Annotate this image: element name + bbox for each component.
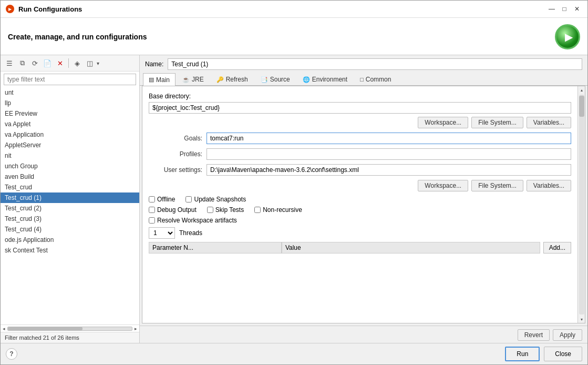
title-bar: Run Configurations — □ ✕ <box>1 1 587 18</box>
run-triangle-icon: ▶ <box>565 31 573 43</box>
common-tab-icon: □ <box>360 76 364 83</box>
threads-select[interactable]: 1 2 4 8 <box>149 227 175 239</box>
scroll-track-vertical[interactable] <box>579 95 584 315</box>
tab-environment[interactable]: 🌐 Environment <box>297 73 353 85</box>
list-item[interactable]: AppletServer <box>1 140 139 150</box>
scroll-left-btn[interactable]: ◂ <box>3 326 5 331</box>
help-btn[interactable]: ? <box>6 348 17 360</box>
filter-text-input[interactable] <box>4 74 136 85</box>
workspace-btn-2[interactable]: Workspace... <box>418 180 468 191</box>
list-item[interactable]: unt <box>1 87 139 98</box>
app-header: Create, manage, and run configurations ▶ <box>1 18 587 55</box>
tab-refresh[interactable]: 🔑 Refresh <box>211 73 254 85</box>
tab-source-label: Source <box>270 76 290 83</box>
toolbar-separator <box>68 58 69 68</box>
base-dir-input[interactable] <box>149 102 571 114</box>
profiles-input[interactable] <box>207 148 571 160</box>
new-config-btn[interactable]: ☰ <box>4 57 15 69</box>
resolve-workspace-checkbox-label[interactable]: Resolve Workspace artifacts <box>149 217 237 224</box>
tab-main[interactable]: ▤ Main <box>143 73 176 86</box>
list-item-selected[interactable]: Test_crud (1) <box>1 192 139 203</box>
list-item[interactable]: EE Preview <box>1 108 139 119</box>
scroll-track[interactable] <box>7 327 132 331</box>
run-btn[interactable]: Run <box>505 347 540 361</box>
tab-main-label: Main <box>156 76 170 84</box>
main-tab-icon: ▤ <box>149 76 154 83</box>
non-recursive-checkbox[interactable] <box>254 207 261 213</box>
list-item[interactable]: llp <box>1 98 139 108</box>
close-window-btn[interactable]: Close <box>544 347 582 361</box>
list-item[interactable]: unch Group <box>1 161 139 171</box>
env-tab-icon: 🌐 <box>303 76 310 83</box>
offline-checkbox[interactable] <box>149 196 155 202</box>
params-table-section: Parameter N... Value Add... <box>149 242 571 254</box>
minimize-btn[interactable]: — <box>546 4 557 14</box>
user-settings-input[interactable] <box>207 164 571 176</box>
base-dir-buttons: Workspace... File System... Variables... <box>149 117 571 128</box>
variables-btn-2[interactable]: Variables... <box>527 180 571 191</box>
skip-tests-checkbox[interactable] <box>207 207 213 213</box>
tab-jre[interactable]: ☕ JRE <box>177 73 210 85</box>
list-item[interactable]: aven Build <box>1 171 139 182</box>
workspace-btn-1[interactable]: Workspace... <box>418 117 468 128</box>
list-item[interactable]: Test_crud (2) <box>1 203 139 214</box>
copy-btn[interactable]: ⧉ <box>16 57 28 69</box>
run-configurations-window: Run Configurations — □ ✕ Create, manage,… <box>0 0 588 365</box>
reload-btn[interactable]: ⟳ <box>29 57 40 69</box>
user-settings-row: User settings: <box>149 164 571 176</box>
filesystem-btn-2[interactable]: File System... <box>471 180 523 191</box>
apply-btn[interactable]: Apply <box>553 329 582 341</box>
checkbox-row-1: Offline Update Snapshots <box>149 196 571 203</box>
jre-tab-icon: ☕ <box>182 76 190 83</box>
checkboxes-section: Offline Update Snapshots Debug Output <box>149 196 571 224</box>
filesystem-btn-1[interactable]: File System... <box>471 117 523 128</box>
non-recursive-label: Non-recursive <box>263 206 302 214</box>
goals-label: Goals: <box>149 135 207 142</box>
profiles-row: Profiles: <box>149 148 571 160</box>
export-btn[interactable]: 📄 <box>42 57 53 69</box>
window-title: Run Configurations <box>18 5 82 13</box>
maximize-btn[interactable]: □ <box>559 4 570 14</box>
name-row: Name: <box>140 55 587 73</box>
checkbox-row-2: Debug Output Skip Tests Non-recursive <box>149 206 571 214</box>
goals-input[interactable] <box>207 133 571 144</box>
close-btn[interactable]: ✕ <box>572 4 582 14</box>
list-item[interactable]: va Application <box>1 129 139 140</box>
run-icon-button[interactable]: ▶ <box>555 24 580 49</box>
list-item[interactable]: Test_crud (3) <box>1 214 139 224</box>
variables-btn-1[interactable]: Variables... <box>527 117 571 128</box>
delete-btn[interactable]: ✕ <box>54 57 66 69</box>
scroll-thumb <box>8 327 82 330</box>
tab-common[interactable]: □ Common <box>354 73 397 85</box>
list-item[interactable]: nit <box>1 150 139 161</box>
update-snapshots-checkbox-label[interactable]: Update Snapshots <box>185 196 246 203</box>
goals-row: Goals: <box>149 133 571 144</box>
user-settings-buttons: Workspace... File System... Variables... <box>149 180 571 191</box>
update-snapshots-checkbox[interactable] <box>185 196 192 202</box>
dropdown-arrow[interactable]: ▾ <box>97 60 99 66</box>
scroll-up-btn[interactable]: ▴ <box>578 86 585 94</box>
skip-tests-checkbox-label[interactable]: Skip Tests <box>207 206 244 214</box>
scroll-right-btn[interactable]: ▸ <box>135 326 137 331</box>
resolve-workspace-checkbox[interactable] <box>149 217 155 224</box>
source-tab-icon: 📑 <box>261 76 268 83</box>
revert-btn[interactable]: Revert <box>518 329 550 341</box>
right-panel: Name: ▤ Main ☕ JRE 🔑 Refresh 📑 <box>140 55 587 343</box>
collapse-btn[interactable]: ◈ <box>71 57 83 69</box>
list-item[interactable]: ode.js Application <box>1 235 139 245</box>
debug-output-checkbox-label[interactable]: Debug Output <box>149 206 197 214</box>
add-param-btn[interactable]: Add... <box>543 242 571 254</box>
link-btn[interactable]: ◫ <box>84 57 96 69</box>
tab-source[interactable]: 📑 Source <box>255 73 296 85</box>
list-item[interactable]: va Applet <box>1 119 139 129</box>
scroll-down-btn[interactable]: ▾ <box>578 316 585 323</box>
list-item[interactable]: Test_crud <box>1 182 139 192</box>
non-recursive-checkbox-label[interactable]: Non-recursive <box>254 206 302 214</box>
list-item[interactable]: sk Context Test <box>1 245 139 256</box>
main-content: ☰ ⧉ ⟳ 📄 ✕ ◈ ◫ ▾ unt llp EE Preview va Ap… <box>1 55 587 343</box>
name-input[interactable] <box>168 58 582 70</box>
offline-checkbox-label[interactable]: Offline <box>149 196 175 203</box>
debug-output-checkbox[interactable] <box>149 207 155 213</box>
list-item[interactable]: Test_crud (4) <box>1 224 139 235</box>
tab-refresh-label: Refresh <box>226 76 248 83</box>
